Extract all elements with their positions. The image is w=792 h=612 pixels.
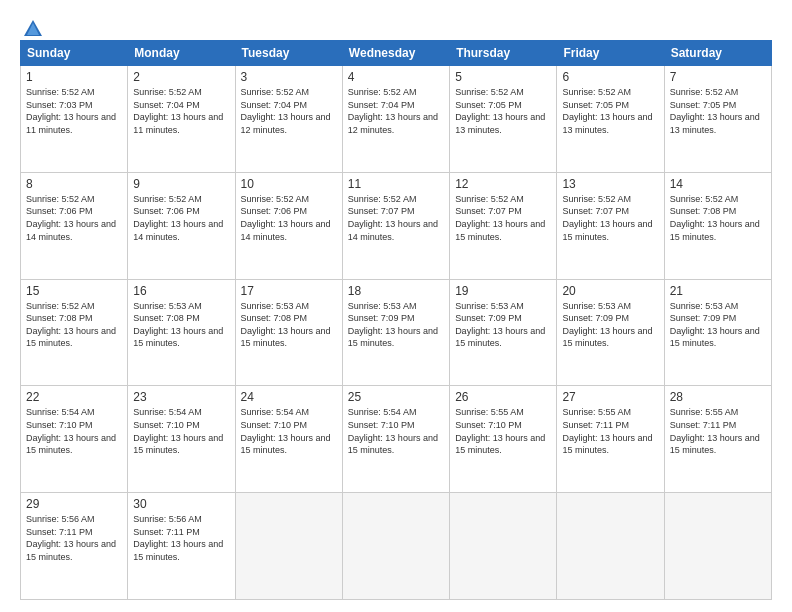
day-info: Sunrise: 5:53 AMSunset: 7:09 PMDaylight:…	[562, 300, 658, 350]
day-info: Sunrise: 5:52 AMSunset: 7:07 PMDaylight:…	[562, 193, 658, 243]
calendar-cell: 16Sunrise: 5:53 AMSunset: 7:08 PMDayligh…	[128, 279, 235, 386]
day-info: Sunrise: 5:56 AMSunset: 7:11 PMDaylight:…	[133, 513, 229, 563]
calendar-cell: 3Sunrise: 5:52 AMSunset: 7:04 PMDaylight…	[235, 66, 342, 173]
day-info: Sunrise: 5:53 AMSunset: 7:09 PMDaylight:…	[670, 300, 766, 350]
week-row-5: 29Sunrise: 5:56 AMSunset: 7:11 PMDayligh…	[21, 493, 772, 600]
day-number: 2	[133, 70, 229, 84]
calendar-cell: 14Sunrise: 5:52 AMSunset: 7:08 PMDayligh…	[664, 172, 771, 279]
calendar-cell: 28Sunrise: 5:55 AMSunset: 7:11 PMDayligh…	[664, 386, 771, 493]
calendar-cell: 18Sunrise: 5:53 AMSunset: 7:09 PMDayligh…	[342, 279, 449, 386]
day-info: Sunrise: 5:52 AMSunset: 7:07 PMDaylight:…	[455, 193, 551, 243]
calendar-cell: 8Sunrise: 5:52 AMSunset: 7:06 PMDaylight…	[21, 172, 128, 279]
day-info: Sunrise: 5:54 AMSunset: 7:10 PMDaylight:…	[241, 406, 337, 456]
day-info: Sunrise: 5:52 AMSunset: 7:06 PMDaylight:…	[241, 193, 337, 243]
week-row-1: 1Sunrise: 5:52 AMSunset: 7:03 PMDaylight…	[21, 66, 772, 173]
day-header-monday: Monday	[128, 41, 235, 66]
day-header-saturday: Saturday	[664, 41, 771, 66]
day-number: 29	[26, 497, 122, 511]
calendar-cell: 17Sunrise: 5:53 AMSunset: 7:08 PMDayligh…	[235, 279, 342, 386]
day-number: 30	[133, 497, 229, 511]
day-info: Sunrise: 5:53 AMSunset: 7:08 PMDaylight:…	[241, 300, 337, 350]
calendar-cell: 25Sunrise: 5:54 AMSunset: 7:10 PMDayligh…	[342, 386, 449, 493]
day-info: Sunrise: 5:52 AMSunset: 7:04 PMDaylight:…	[241, 86, 337, 136]
calendar-cell: 7Sunrise: 5:52 AMSunset: 7:05 PMDaylight…	[664, 66, 771, 173]
day-number: 14	[670, 177, 766, 191]
day-info: Sunrise: 5:52 AMSunset: 7:08 PMDaylight:…	[26, 300, 122, 350]
day-info: Sunrise: 5:53 AMSunset: 7:09 PMDaylight:…	[348, 300, 444, 350]
day-number: 25	[348, 390, 444, 404]
calendar-cell: 22Sunrise: 5:54 AMSunset: 7:10 PMDayligh…	[21, 386, 128, 493]
logo-icon	[22, 18, 44, 40]
day-info: Sunrise: 5:55 AMSunset: 7:11 PMDaylight:…	[562, 406, 658, 456]
day-number: 19	[455, 284, 551, 298]
calendar-cell: 15Sunrise: 5:52 AMSunset: 7:08 PMDayligh…	[21, 279, 128, 386]
calendar-cell	[235, 493, 342, 600]
day-number: 15	[26, 284, 122, 298]
day-number: 24	[241, 390, 337, 404]
week-row-3: 15Sunrise: 5:52 AMSunset: 7:08 PMDayligh…	[21, 279, 772, 386]
calendar-cell: 13Sunrise: 5:52 AMSunset: 7:07 PMDayligh…	[557, 172, 664, 279]
calendar-cell: 19Sunrise: 5:53 AMSunset: 7:09 PMDayligh…	[450, 279, 557, 386]
logo	[20, 18, 44, 36]
day-number: 10	[241, 177, 337, 191]
day-number: 17	[241, 284, 337, 298]
day-info: Sunrise: 5:55 AMSunset: 7:10 PMDaylight:…	[455, 406, 551, 456]
day-number: 22	[26, 390, 122, 404]
day-info: Sunrise: 5:52 AMSunset: 7:08 PMDaylight:…	[670, 193, 766, 243]
day-info: Sunrise: 5:52 AMSunset: 7:06 PMDaylight:…	[133, 193, 229, 243]
day-info: Sunrise: 5:52 AMSunset: 7:06 PMDaylight:…	[26, 193, 122, 243]
calendar-cell: 27Sunrise: 5:55 AMSunset: 7:11 PMDayligh…	[557, 386, 664, 493]
calendar-cell: 4Sunrise: 5:52 AMSunset: 7:04 PMDaylight…	[342, 66, 449, 173]
day-number: 26	[455, 390, 551, 404]
day-number: 28	[670, 390, 766, 404]
calendar-cell	[664, 493, 771, 600]
day-number: 6	[562, 70, 658, 84]
calendar-table: SundayMondayTuesdayWednesdayThursdayFrid…	[20, 40, 772, 600]
calendar-cell	[450, 493, 557, 600]
day-info: Sunrise: 5:54 AMSunset: 7:10 PMDaylight:…	[26, 406, 122, 456]
header	[20, 18, 772, 36]
day-number: 20	[562, 284, 658, 298]
calendar-cell: 30Sunrise: 5:56 AMSunset: 7:11 PMDayligh…	[128, 493, 235, 600]
day-number: 23	[133, 390, 229, 404]
day-info: Sunrise: 5:54 AMSunset: 7:10 PMDaylight:…	[348, 406, 444, 456]
calendar-cell: 21Sunrise: 5:53 AMSunset: 7:09 PMDayligh…	[664, 279, 771, 386]
calendar-cell: 20Sunrise: 5:53 AMSunset: 7:09 PMDayligh…	[557, 279, 664, 386]
day-info: Sunrise: 5:53 AMSunset: 7:09 PMDaylight:…	[455, 300, 551, 350]
day-info: Sunrise: 5:56 AMSunset: 7:11 PMDaylight:…	[26, 513, 122, 563]
calendar-cell: 12Sunrise: 5:52 AMSunset: 7:07 PMDayligh…	[450, 172, 557, 279]
day-info: Sunrise: 5:52 AMSunset: 7:04 PMDaylight:…	[348, 86, 444, 136]
day-info: Sunrise: 5:53 AMSunset: 7:08 PMDaylight:…	[133, 300, 229, 350]
day-info: Sunrise: 5:54 AMSunset: 7:10 PMDaylight:…	[133, 406, 229, 456]
calendar-cell: 23Sunrise: 5:54 AMSunset: 7:10 PMDayligh…	[128, 386, 235, 493]
day-number: 12	[455, 177, 551, 191]
day-number: 8	[26, 177, 122, 191]
day-number: 1	[26, 70, 122, 84]
week-row-4: 22Sunrise: 5:54 AMSunset: 7:10 PMDayligh…	[21, 386, 772, 493]
day-number: 7	[670, 70, 766, 84]
week-row-2: 8Sunrise: 5:52 AMSunset: 7:06 PMDaylight…	[21, 172, 772, 279]
day-header-wednesday: Wednesday	[342, 41, 449, 66]
calendar-cell: 6Sunrise: 5:52 AMSunset: 7:05 PMDaylight…	[557, 66, 664, 173]
day-info: Sunrise: 5:55 AMSunset: 7:11 PMDaylight:…	[670, 406, 766, 456]
day-header-sunday: Sunday	[21, 41, 128, 66]
day-info: Sunrise: 5:52 AMSunset: 7:05 PMDaylight:…	[562, 86, 658, 136]
day-header-friday: Friday	[557, 41, 664, 66]
day-number: 9	[133, 177, 229, 191]
day-number: 16	[133, 284, 229, 298]
calendar-cell: 2Sunrise: 5:52 AMSunset: 7:04 PMDaylight…	[128, 66, 235, 173]
calendar-cell: 1Sunrise: 5:52 AMSunset: 7:03 PMDaylight…	[21, 66, 128, 173]
calendar-cell	[557, 493, 664, 600]
page: SundayMondayTuesdayWednesdayThursdayFrid…	[0, 0, 792, 612]
calendar-cell: 24Sunrise: 5:54 AMSunset: 7:10 PMDayligh…	[235, 386, 342, 493]
day-info: Sunrise: 5:52 AMSunset: 7:07 PMDaylight:…	[348, 193, 444, 243]
calendar-cell: 5Sunrise: 5:52 AMSunset: 7:05 PMDaylight…	[450, 66, 557, 173]
day-number: 11	[348, 177, 444, 191]
day-info: Sunrise: 5:52 AMSunset: 7:03 PMDaylight:…	[26, 86, 122, 136]
day-info: Sunrise: 5:52 AMSunset: 7:05 PMDaylight:…	[670, 86, 766, 136]
day-number: 3	[241, 70, 337, 84]
calendar-cell: 10Sunrise: 5:52 AMSunset: 7:06 PMDayligh…	[235, 172, 342, 279]
day-number: 21	[670, 284, 766, 298]
day-number: 4	[348, 70, 444, 84]
header-row: SundayMondayTuesdayWednesdayThursdayFrid…	[21, 41, 772, 66]
